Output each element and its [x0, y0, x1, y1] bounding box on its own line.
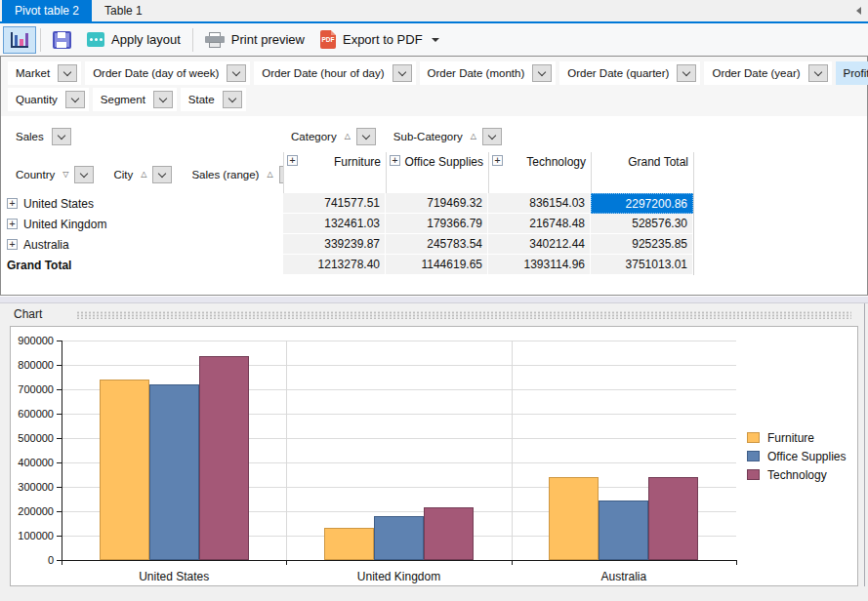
field-chip-profit[interactable]: Profit [836, 61, 868, 85]
field-chip-label: Order Date (month) [428, 67, 525, 79]
expand-icon[interactable]: + [7, 198, 18, 209]
pivot-cell[interactable]: 1144619.65 [386, 255, 488, 275]
field-filter-dropdown-button[interactable] [227, 64, 246, 82]
field-filter-dropdown-button[interactable] [74, 166, 94, 183]
bar-technology-united-states[interactable] [199, 356, 249, 560]
pivot-cell-selected[interactable]: 2297200.86 [591, 193, 693, 214]
field-chip-order-date-quarter[interactable]: Order Date (quarter) [559, 61, 700, 85]
field-filter-dropdown-button[interactable] [482, 128, 502, 145]
x-axis-tick [512, 561, 513, 565]
field-chip-market[interactable]: Market [8, 61, 81, 85]
bar-furniture-united-states[interactable] [100, 380, 149, 560]
y-axis-label: 100000 [7, 530, 54, 541]
expand-icon[interactable]: + [7, 219, 18, 229]
field-filter-dropdown-button[interactable] [223, 91, 242, 108]
bar-technology-united-kingdom[interactable] [424, 507, 474, 560]
x-axis-line [62, 560, 737, 561]
expand-icon[interactable]: + [390, 155, 400, 166]
pivot-cell[interactable]: 528576.30 [591, 214, 693, 234]
dock-grip-texture [76, 311, 851, 319]
window-right-edge [864, 303, 865, 586]
field-filter-dropdown-button[interactable] [58, 64, 77, 82]
pivot-cell[interactable]: 179366.79 [386, 214, 488, 234]
field-chip-label: State [188, 94, 215, 105]
bar-office-supplies-united-states[interactable] [149, 384, 199, 560]
row-header-australia[interactable]: +Australia [4, 234, 283, 255]
chevron-down-icon [80, 169, 88, 177]
field-filter-dropdown-button[interactable] [153, 91, 173, 108]
field-filter-dropdown-button[interactable] [677, 64, 696, 82]
legend-item-office-supplies: Office Supplies [747, 447, 847, 465]
column-header-furniture[interactable]: +Furniture [284, 152, 387, 193]
panel-splitter[interactable] [0, 296, 868, 303]
pivot-cell[interactable]: 216748.48 [488, 214, 591, 234]
field-chip-category[interactable]: Category△ [283, 125, 380, 148]
column-header-office-supplies[interactable]: +Office Supplies [387, 152, 489, 193]
field-chip-city[interactable]: City△ [105, 163, 176, 186]
pivot-cell[interactable]: 925235.85 [591, 234, 693, 255]
field-filter-dropdown-button[interactable] [152, 166, 172, 183]
field-chip-sales[interactable]: Sales [8, 125, 75, 148]
expand-icon[interactable]: + [7, 239, 18, 250]
column-area: Category△Sub-Category△ [283, 125, 506, 148]
pivot-cell[interactable]: 719469.32 [386, 193, 488, 214]
column-header-grand-total[interactable]: Grand Total [592, 152, 694, 193]
bar-office-supplies-united-kingdom[interactable] [374, 516, 424, 560]
save-layout-button[interactable] [45, 26, 79, 54]
pivot-cell[interactable]: 1213278.40 [283, 255, 386, 275]
tab-label: Pivot table 2 [15, 4, 79, 18]
tab-pivot-table-2[interactable]: Pivot table 2 [2, 0, 92, 21]
row-header-united-states[interactable]: +United States [4, 193, 283, 214]
field-chip-order-date-month[interactable]: Order Date (month) [420, 61, 557, 85]
pivot-cell[interactable]: 340212.44 [488, 234, 591, 255]
field-chip-segment[interactable]: Segment [93, 88, 177, 111]
field-chip-state[interactable]: State [181, 88, 246, 111]
pivot-cell[interactable]: 3751013.01 [591, 255, 693, 275]
row-header-label: United States [23, 197, 94, 211]
row-header-united-kingdom[interactable]: +United Kingdom [4, 214, 283, 234]
field-filter-dropdown-button[interactable] [808, 64, 828, 82]
field-filter-dropdown-button[interactable] [52, 128, 71, 145]
row-area: Country▽City△Sales (range)△ [8, 163, 303, 186]
export-pdf-label: Export to PDF [343, 32, 423, 47]
pivot-cell[interactable]: 1393114.96 [488, 255, 591, 275]
bar-office-supplies-australia[interactable] [599, 501, 648, 560]
row-header-label: Australia [23, 238, 69, 252]
chevron-down-icon [397, 67, 405, 75]
field-filter-dropdown-button[interactable] [393, 64, 412, 82]
bar-furniture-united-kingdom[interactable] [324, 528, 374, 560]
bar-technology-australia[interactable] [648, 477, 698, 560]
chart-panel-title: Chart [14, 307, 42, 321]
show-chart-toggle-button[interactable] [3, 26, 36, 54]
tab-scroll-left-icon[interactable] [856, 7, 861, 15]
field-chip-order-date-day-of-week[interactable]: Order Date (day of week) [85, 61, 250, 85]
bar-furniture-australia[interactable] [549, 477, 599, 560]
chart-panel-header[interactable]: Chart [0, 303, 868, 325]
apply-layout-button[interactable]: Apply layout [79, 26, 188, 54]
field-filter-dropdown-button[interactable] [356, 128, 376, 145]
field-chip-sub-category[interactable]: Sub-Category△ [386, 125, 506, 148]
field-chip-order-date-hour-of-day[interactable]: Order Date (hour of day) [254, 61, 415, 85]
pivot-cell[interactable]: 245783.54 [386, 234, 488, 255]
apply-layout-icon [87, 32, 104, 47]
export-to-pdf-button[interactable]: PDF Export to PDF [312, 26, 447, 54]
expand-icon[interactable]: + [492, 155, 503, 166]
field-chip-quantity[interactable]: Quantity [8, 88, 89, 111]
field-chip-country[interactable]: Country▽ [8, 163, 98, 186]
y-axis-label: 400000 [7, 457, 54, 468]
legend-swatch [747, 432, 760, 443]
expand-icon[interactable]: + [287, 155, 298, 166]
pivot-cell[interactable]: 339239.87 [283, 234, 386, 255]
pivot-cell[interactable]: 132461.03 [283, 214, 386, 234]
tab-table-1[interactable]: Table 1 [92, 0, 155, 21]
column-header-technology[interactable]: +Technology [489, 152, 592, 193]
y-axis-label: 800000 [7, 359, 54, 371]
field-filter-dropdown-button[interactable] [65, 91, 85, 108]
chevron-down-icon [362, 131, 370, 139]
field-chip-order-date-year[interactable]: Order Date (year) [704, 61, 831, 85]
pivot-cell[interactable]: 741577.51 [283, 193, 386, 214]
field-filter-dropdown-button[interactable] [532, 64, 552, 82]
print-preview-button[interactable]: Print preview [197, 26, 312, 54]
row-header-grand-total[interactable]: Grand Total [4, 255, 283, 275]
pivot-cell[interactable]: 836154.03 [488, 193, 591, 214]
